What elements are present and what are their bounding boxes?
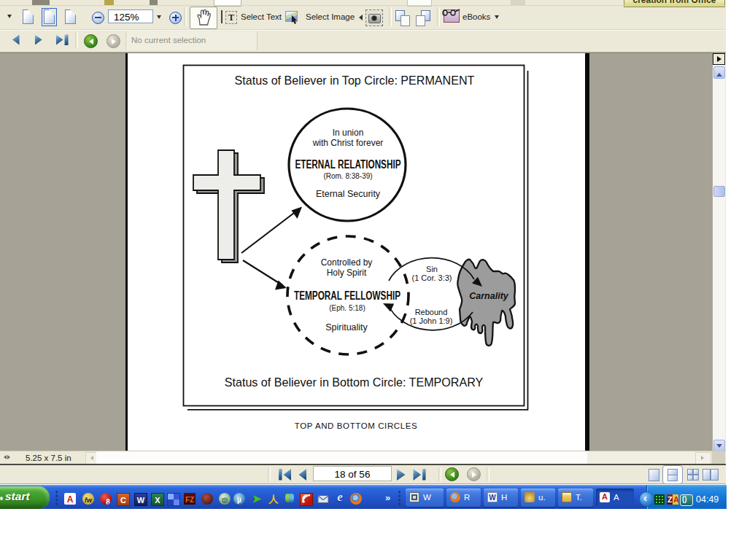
svg-text:Rebound: Rebound — [415, 308, 448, 316]
svg-text:ETERNAL RELATIONSHIP: ETERNAL RELATIONSHIP — [295, 158, 401, 171]
svg-text:Controlled by: Controlled by — [321, 257, 373, 268]
svg-text:(1 Cor. 3:3): (1 Cor. 3:3) — [411, 273, 452, 282]
svg-text:Carnality: Carnality — [469, 291, 509, 301]
svg-text:(Eph. 5:18): (Eph. 5:18) — [329, 304, 365, 312]
svg-text:Holy Spirit: Holy Spirit — [327, 268, 367, 278]
svg-text:TOP AND BOTTOM CIRCLES: TOP AND BOTTOM CIRCLES — [295, 421, 417, 430]
svg-text:Eternal Security: Eternal Security — [316, 189, 381, 199]
svg-text:TEMPORAL FELLOWSHIP: TEMPORAL FELLOWSHIP — [294, 289, 400, 302]
svg-text:Spirituality: Spirituality — [325, 322, 368, 332]
svg-text:Status of Believer in Bottom C: Status of Believer in Bottom Circle: TEM… — [225, 376, 484, 389]
svg-text:(1 John 1:9): (1 John 1:9) — [410, 316, 453, 325]
svg-text:Sin: Sin — [426, 265, 438, 273]
svg-text:with Christ forever: with Christ forever — [312, 138, 384, 148]
svg-text:Status of Believer in Top Circ: Status of Believer in Top Circle: PERMAN… — [235, 74, 475, 87]
svg-text:In union: In union — [333, 128, 364, 138]
svg-text:(Rom. 8:38-39): (Rom. 8:38-39) — [323, 172, 372, 180]
